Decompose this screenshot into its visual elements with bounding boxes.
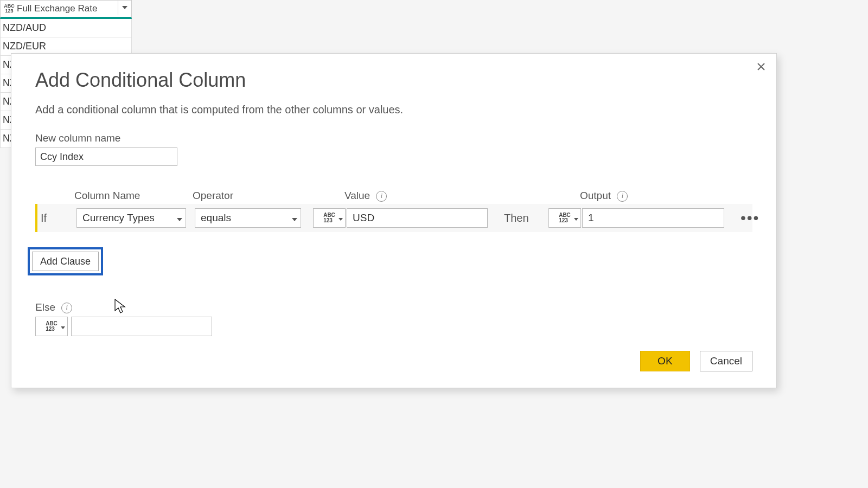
column-header-label: Full Exchange Rate — [17, 3, 97, 14]
operator-dropdown[interactable]: equals — [195, 208, 301, 228]
if-label: If — [37, 212, 76, 224]
header-output: Output — [580, 190, 611, 201]
then-label: Then — [504, 212, 537, 224]
value-type-dropdown[interactable]: ABC 123 — [313, 208, 346, 228]
header-value: Value — [344, 190, 370, 201]
add-clause-highlight: Add Clause — [28, 247, 103, 275]
else-label: Else i — [35, 301, 752, 313]
new-column-name-input[interactable] — [35, 147, 177, 166]
clause-more-menu[interactable]: ••• — [741, 209, 761, 227]
add-clause-button[interactable]: Add Clause — [32, 252, 99, 271]
table-row[interactable]: NZD/AUD — [0, 19, 132, 37]
value-input[interactable] — [347, 208, 488, 228]
ok-button[interactable]: OK — [640, 351, 690, 371]
column-type-icon: ABC 123 — [1, 4, 17, 14]
clause-header-row: Column Name Operator Value i Output i — [35, 187, 752, 202]
dialog-description: Add a conditional column that is compute… — [35, 104, 752, 116]
output-type-dropdown[interactable]: ABC 123 — [548, 208, 581, 228]
cancel-button[interactable]: Cancel — [700, 351, 752, 371]
dialog-title: Add Conditional Column — [35, 69, 752, 92]
clause-row: If Currency Types equals ABC — [35, 204, 752, 232]
else-value-input[interactable] — [71, 317, 212, 336]
info-icon[interactable]: i — [61, 303, 72, 313]
column-header[interactable]: ABC 123 Full Exchange Rate — [0, 0, 132, 19]
info-icon[interactable]: i — [617, 191, 628, 202]
info-icon[interactable]: i — [376, 191, 387, 202]
close-button[interactable] — [754, 59, 769, 74]
add-conditional-column-dialog: Add Conditional Column Add a conditional… — [11, 53, 777, 388]
column-name-dropdown[interactable]: Currency Types — [76, 208, 186, 228]
else-type-dropdown[interactable]: ABC 123 — [35, 317, 68, 336]
column-filter-dropdown[interactable] — [118, 1, 131, 15]
header-column-name: Column Name — [74, 190, 184, 202]
header-operator: Operator — [193, 190, 299, 202]
dialog-footer: OK Cancel — [640, 351, 752, 371]
new-column-name-label: New column name — [35, 132, 752, 144]
output-input[interactable] — [582, 208, 724, 228]
